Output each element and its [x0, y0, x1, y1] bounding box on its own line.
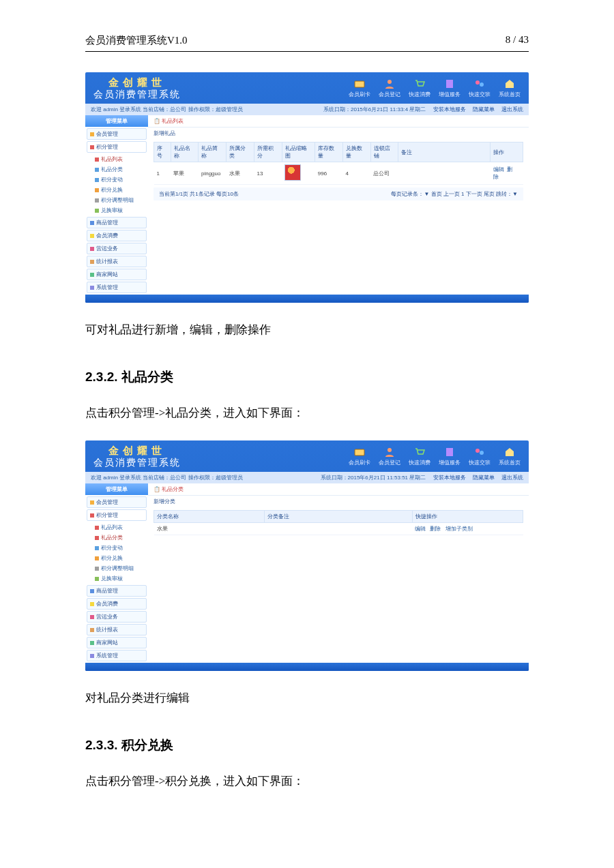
- brand-top: 金创耀世: [93, 445, 181, 457]
- status-date: 系统日期：2015年6月21日 11:33:4 星期二: [323, 106, 426, 113]
- gift-table: 序号 礼品名称 礼品简称 所属分类 所需积分 礼品缩略图 库存数量 兑换数量 连…: [154, 142, 523, 185]
- svg-point-6: [388, 448, 392, 452]
- add-child-link[interactable]: 增加子类别: [445, 526, 473, 532]
- pager-controls[interactable]: 每页记录条：▼ 首页 上一页 1 下一页 尾页 跳转：▼: [391, 190, 518, 198]
- nav-home-icon[interactable]: 系统首页: [499, 78, 521, 98]
- sidebar-group-product[interactable]: 商品管理: [87, 217, 147, 228]
- brand: 金创耀世 会员消费管理系统: [93, 445, 181, 468]
- intro-232: 点击积分管理->礼品分类，进入如下界面：: [85, 403, 529, 424]
- svg-rect-2: [446, 80, 453, 88]
- link-logout[interactable]: 退出系统: [501, 106, 523, 113]
- sidebar-item-points-exchange[interactable]: 积分兑换: [85, 185, 148, 195]
- top-nav: 会员刷卡 会员登记 快速消费 增值服务 快速交班 系统首页: [349, 78, 521, 98]
- link-local-service[interactable]: 安装本地服务: [433, 106, 466, 113]
- status-left: 欢迎 admin 登录系统 当前店铺：总公司 操作权限：超级管理员: [91, 474, 243, 481]
- link-hide-menu[interactable]: 隐藏菜单: [473, 106, 495, 113]
- sidebar-group-operate[interactable]: 营运业务: [87, 611, 147, 623]
- sidebar-group-system[interactable]: 系统管理: [87, 282, 147, 293]
- sidebar-group-product[interactable]: 商品管理: [87, 585, 147, 597]
- status-bar: 欢迎 admin 登录系统 当前店铺：总公司 操作权限：超级管理员 系统日期：2…: [85, 472, 529, 483]
- sidebar-group-site[interactable]: 商家网站: [87, 269, 147, 280]
- sidebar-group-system[interactable]: 系统管理: [87, 650, 147, 661]
- edit-link[interactable]: 编辑: [415, 526, 426, 532]
- sidebar-group-operate[interactable]: 营运业务: [87, 243, 147, 254]
- pager-info: 当前第1/1页 共1条记录 每页10条: [159, 190, 239, 198]
- table-header-row: 分类名称 分类备注 快捷操作: [154, 511, 523, 523]
- svg-point-9: [480, 451, 484, 455]
- nav-home-icon[interactable]: 系统首页: [499, 447, 521, 466]
- sidebar-item-exchange-audit[interactable]: 兑换审核: [85, 573, 148, 584]
- add-gift-button[interactable]: 新增礼品: [154, 130, 175, 136]
- svg-point-1: [388, 80, 392, 84]
- footer-bar: [85, 663, 529, 671]
- breadcrumb: 📋 礼品分类: [148, 483, 529, 496]
- edit-link[interactable]: 编辑: [493, 166, 504, 173]
- delete-link[interactable]: 删除: [430, 526, 441, 532]
- brand-top: 金创耀世: [93, 76, 181, 89]
- screenshot-gift-category: 金创耀世 会员消费管理系统 会员刷卡 会员登记 快速消费 增值服务 快速交班 系…: [85, 440, 529, 671]
- doc-title: 会员消费管理系统V1.0: [85, 34, 188, 47]
- footer-bar: [85, 295, 529, 303]
- gift-thumbnail: [284, 164, 301, 181]
- svg-point-4: [480, 83, 484, 87]
- status-bar: 欢迎 admin 登录系统 当前店铺：总公司 操作权限：超级管理员 系统日期：2…: [85, 104, 529, 115]
- sidebar-item-gift-category[interactable]: 礼品分类: [85, 164, 148, 175]
- sidebar-item-points-detail[interactable]: 积分调整明细: [85, 563, 148, 573]
- sidebar-item-gift-category[interactable]: 礼品分类: [85, 533, 148, 543]
- page-number: 8 / 43: [506, 34, 529, 47]
- sidebar-group-report[interactable]: 统计报表: [87, 624, 147, 635]
- nav-value-icon[interactable]: 增值服务: [439, 447, 460, 466]
- section-233: 2.3.3. 积分兑换: [85, 736, 529, 754]
- svg-point-3: [476, 80, 480, 85]
- svg-rect-5: [355, 449, 364, 455]
- sidebar-group-points[interactable]: 积分管理: [87, 141, 147, 153]
- sidebar-group-site[interactable]: 商家网站: [87, 637, 147, 648]
- nav-card-icon[interactable]: 会员刷卡: [349, 78, 370, 98]
- sidebar-group-report[interactable]: 统计报表: [87, 256, 147, 267]
- nav-value-icon[interactable]: 增值服务: [439, 78, 460, 98]
- nav-register-icon[interactable]: 会员登记: [379, 78, 400, 98]
- brand: 金创耀世 会员消费管理系统: [93, 76, 181, 100]
- sidebar-item-points-exchange[interactable]: 积分兑换: [85, 553, 148, 563]
- svg-rect-0: [355, 81, 364, 87]
- status-date: 系统日期：2015年6月21日 11:53:51 星期二: [321, 475, 426, 481]
- link-logout[interactable]: 退出系统: [501, 475, 523, 481]
- sidebar: 管理菜单 会员管理 积分管理 礼品列表 礼品分类 积分变动 积分兑换 积分调整明…: [85, 483, 148, 663]
- status-left: 欢迎 admin 登录系统 当前店铺：总公司 操作权限：超级管理员: [91, 106, 243, 113]
- sidebar: 管理菜单 会员管理 积分管理 礼品列表 礼品分类 积分变动 积分兑换 积分调整明…: [85, 115, 148, 295]
- content-area: 📋 礼品分类 新增分类 分类名称 分类备注 快捷操作 水果: [148, 483, 529, 663]
- sidebar-item-points-change[interactable]: 积分变动: [85, 175, 148, 185]
- caption-2: 对礼品分类进行编辑: [85, 688, 529, 709]
- sidebar-header: 管理菜单: [85, 483, 148, 495]
- nav-shift-icon[interactable]: 快速交班: [469, 78, 491, 98]
- intro-233: 点击积分管理->积分兑换，进入如下界面：: [85, 771, 529, 792]
- sidebar-item-gift-list[interactable]: 礼品列表: [85, 522, 148, 533]
- nav-cart-icon[interactable]: 快速消费: [409, 78, 430, 98]
- link-hide-menu[interactable]: 隐藏菜单: [473, 475, 495, 481]
- pagination: 当前第1/1页 共1条记录 每页10条 每页记录条：▼ 首页 上一页 1 下一页…: [154, 188, 523, 200]
- svg-point-8: [476, 449, 480, 453]
- link-local-service[interactable]: 安装本地服务: [433, 475, 466, 481]
- nav-card-icon[interactable]: 会员刷卡: [349, 447, 370, 466]
- sidebar-item-gift-list[interactable]: 礼品列表: [85, 154, 148, 164]
- sidebar-item-points-detail[interactable]: 积分调整明细: [85, 195, 148, 205]
- screenshot-gift-list: 金创耀世 会员消费管理系统 会员刷卡 会员登记 快速消费 增值服务 快速交班 系…: [85, 72, 529, 303]
- nav-shift-icon[interactable]: 快速交班: [469, 447, 491, 466]
- table-row[interactable]: 水果 编辑 删除 增加子类别: [154, 523, 523, 535]
- sidebar-item-exchange-audit[interactable]: 兑换审核: [85, 205, 148, 215]
- content-area: 📋 礼品列表 新增礼品 序号 礼品名称 礼品简称 所属分类 所需积分 礼品缩略图…: [148, 115, 529, 295]
- sidebar-group-member[interactable]: 会员管理: [87, 128, 147, 140]
- svg-rect-7: [446, 448, 453, 456]
- table-header-row: 序号 礼品名称 礼品简称 所属分类 所需积分 礼品缩略图 库存数量 兑换数量 连…: [154, 143, 523, 162]
- nav-cart-icon[interactable]: 快速消费: [409, 447, 430, 466]
- sidebar-group-member[interactable]: 会员管理: [87, 496, 147, 508]
- sidebar-group-points[interactable]: 积分管理: [87, 509, 147, 521]
- sidebar-group-consume[interactable]: 会员消费: [87, 598, 147, 610]
- sidebar-group-consume[interactable]: 会员消费: [87, 230, 147, 241]
- table-row[interactable]: 1 苹果 pingguo 水果 13 996 4 总公司 编辑删除: [154, 162, 523, 185]
- section-232: 2.3.2. 礼品分类: [85, 368, 529, 386]
- caption-1: 可对礼品进行新增，编辑，删除操作: [85, 320, 529, 341]
- nav-register-icon[interactable]: 会员登记: [379, 447, 400, 466]
- sidebar-item-points-change[interactable]: 积分变动: [85, 543, 148, 553]
- add-category-button[interactable]: 新增分类: [154, 498, 175, 505]
